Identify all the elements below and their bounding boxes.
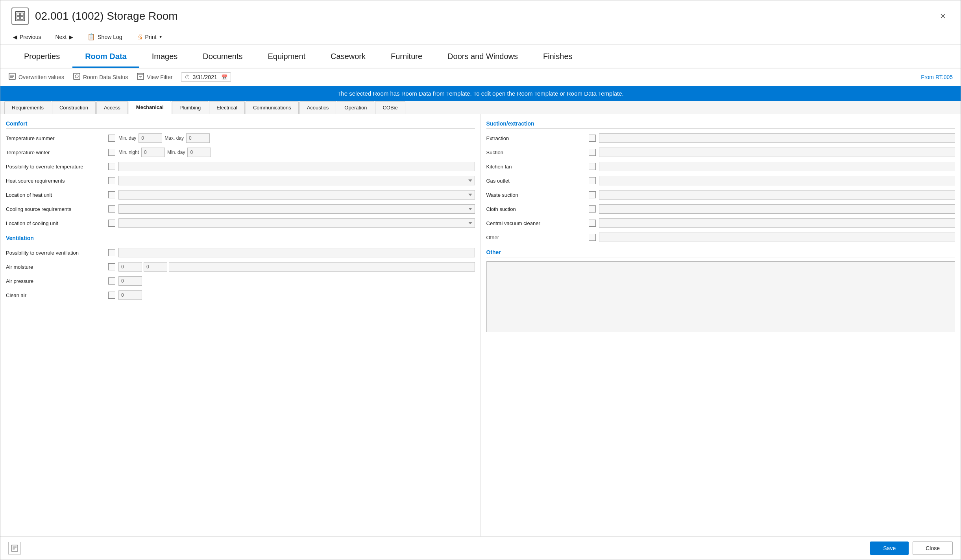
content-area: Comfort Temperature summer Min. day Max.… — [0, 114, 961, 536]
temp-winter-min-day[interactable] — [187, 148, 211, 157]
sub-tab-plumbing[interactable]: Plumbing — [172, 101, 208, 114]
sub-tab-acoustics[interactable]: Acoustics — [299, 101, 336, 114]
tab-images[interactable]: Images — [139, 45, 190, 68]
overrule-ventilation-input[interactable] — [118, 248, 475, 257]
sub-tab-access[interactable]: Access — [96, 101, 128, 114]
close-button[interactable]: × — [936, 9, 950, 23]
heat-unit-location-select[interactable] — [118, 190, 475, 200]
window-icon — [11, 7, 29, 25]
calendar-icon: 📅 — [221, 74, 227, 80]
other-textarea[interactable] — [486, 261, 955, 332]
tab-casework[interactable]: Casework — [318, 45, 378, 68]
air-moisture-extra[interactable] — [169, 262, 475, 272]
close-dialog-button[interactable]: Close — [913, 542, 953, 555]
temp-summer-max-day[interactable] — [186, 133, 210, 143]
heat-unit-location-checkbox[interactable] — [108, 191, 115, 198]
sub-tab-mechanical[interactable]: Mechanical — [129, 101, 171, 114]
air-pressure-checkbox[interactable] — [108, 277, 115, 285]
overrule-temp-label: Possibility to overrule temperature — [6, 164, 108, 170]
cooling-source-checkbox[interactable] — [108, 205, 115, 213]
extraction-checkbox[interactable] — [589, 135, 596, 142]
air-moisture-val1[interactable] — [118, 262, 142, 272]
tab-finishes[interactable]: Finishes — [530, 45, 585, 68]
heat-source-checkbox[interactable] — [108, 177, 115, 184]
cooling-source-label: Cooling source requirements — [6, 206, 108, 212]
air-moisture-checkbox[interactable] — [108, 263, 115, 270]
temp-winter-min-night[interactable] — [141, 148, 165, 157]
temp-winter-checkbox[interactable] — [108, 149, 115, 156]
clean-air-label: Clean air — [6, 292, 108, 298]
other-suction-label: Other — [486, 235, 589, 240]
waste-suction-input[interactable] — [599, 190, 955, 200]
cooling-unit-location-label: Location of cooling unit — [6, 220, 108, 226]
svg-rect-4 — [20, 17, 23, 19]
overrule-ventilation-checkbox[interactable] — [108, 249, 115, 256]
view-filter-button[interactable]: View Filter — [137, 72, 172, 82]
tab-equipment[interactable]: Equipment — [255, 45, 318, 68]
bottom-bar: Save Close — [0, 536, 961, 560]
temp-summer-checkbox[interactable] — [108, 135, 115, 142]
other-section-title: Other — [486, 249, 955, 257]
sub-tab-cobie[interactable]: COBie — [375, 101, 405, 114]
sub-tab-requirements[interactable]: Requirements — [4, 101, 51, 114]
sub-tab-operation[interactable]: Operation — [337, 101, 374, 114]
central-vacuum-input[interactable] — [599, 218, 955, 228]
waste-suction-checkbox[interactable] — [589, 191, 596, 198]
tab-properties[interactable]: Properties — [11, 45, 72, 68]
room-data-status-button[interactable]: Room Data Status — [73, 72, 128, 82]
air-pressure-label: Air pressure — [6, 278, 108, 284]
gas-outlet-checkbox[interactable] — [589, 177, 596, 184]
tab-room-data[interactable]: Room Data — [72, 45, 139, 68]
air-pressure-val[interactable] — [118, 276, 142, 286]
next-button[interactable]: Next ▶ — [54, 33, 75, 41]
extraction-row: Extraction — [486, 133, 955, 144]
air-moisture-val2[interactable] — [144, 262, 167, 272]
overrule-temp-checkbox[interactable] — [108, 163, 115, 170]
sub-tab-construction[interactable]: Construction — [52, 101, 96, 114]
tab-doors-windows[interactable]: Doors and Windows — [435, 45, 530, 68]
central-vacuum-checkbox[interactable] — [589, 220, 596, 227]
sub-tab-communications[interactable]: Communications — [246, 101, 299, 114]
tab-furniture[interactable]: Furniture — [378, 45, 435, 68]
temp-summer-min-day[interactable] — [139, 133, 162, 143]
cloth-suction-input[interactable] — [599, 204, 955, 214]
sub-tab-electrical[interactable]: Electrical — [209, 101, 245, 114]
cooling-unit-location-select[interactable] — [118, 218, 475, 228]
cloth-suction-checkbox[interactable] — [589, 205, 596, 213]
air-moisture-row: Air moisture — [6, 261, 475, 272]
bottom-icon — [8, 542, 21, 554]
overwritten-values-button[interactable]: Overwritten values — [8, 72, 64, 82]
clean-air-val[interactable] — [118, 290, 142, 300]
heat-source-select[interactable] — [118, 176, 475, 185]
central-vacuum-label: Central vacuum cleaner — [486, 220, 589, 226]
cooling-source-row: Cooling source requirements — [6, 203, 475, 214]
other-suction-checkbox[interactable] — [589, 234, 596, 241]
svg-point-10 — [75, 75, 78, 78]
show-log-button[interactable]: 📋 Show Log — [86, 32, 124, 41]
heat-source-label: Heat source requirements — [6, 178, 108, 184]
print-button[interactable]: 🖨 Print ▼ — [135, 33, 164, 41]
date-field[interactable]: ⏱ 3/31/2021 📅 — [181, 72, 231, 82]
chevron-right-icon: ▶ — [69, 34, 73, 40]
svg-rect-1 — [17, 13, 20, 16]
suction-input[interactable] — [599, 148, 955, 157]
other-suction-row: Other — [486, 232, 955, 243]
extraction-input[interactable] — [599, 133, 955, 143]
cloth-suction-row: Cloth suction — [486, 203, 955, 214]
kitchen-fan-label: Kitchen fan — [486, 164, 589, 170]
previous-button[interactable]: ◀ Previous — [11, 33, 43, 41]
clean-air-checkbox[interactable] — [108, 292, 115, 299]
suction-checkbox[interactable] — [589, 149, 596, 156]
from-rt-link[interactable]: From RT.005 — [921, 74, 953, 80]
gas-outlet-input[interactable] — [599, 176, 955, 185]
temp-summer-label: Temperature summer — [6, 135, 108, 141]
clock-icon: ⏱ — [185, 74, 190, 80]
kitchen-fan-checkbox[interactable] — [589, 163, 596, 170]
save-button[interactable]: Save — [870, 542, 909, 555]
overrule-temp-input[interactable] — [118, 162, 475, 171]
cooling-source-select[interactable] — [118, 204, 475, 214]
cooling-unit-location-checkbox[interactable] — [108, 220, 115, 227]
tab-documents[interactable]: Documents — [190, 45, 255, 68]
kitchen-fan-input[interactable] — [599, 162, 955, 171]
other-suction-input[interactable] — [599, 233, 955, 242]
